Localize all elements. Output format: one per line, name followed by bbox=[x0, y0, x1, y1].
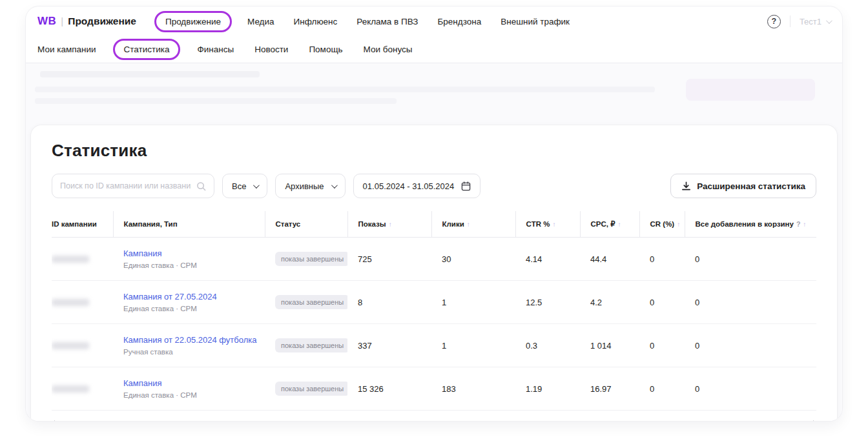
clicks-value: 183 bbox=[442, 384, 456, 394]
nav-item-media[interactable]: Медиа bbox=[247, 17, 274, 26]
sort-asc-icon: ↑ bbox=[553, 221, 556, 228]
wb-logo: WB bbox=[37, 15, 56, 28]
banner-button-skeleton bbox=[686, 79, 815, 101]
export-button-label: Расширенная статистика bbox=[697, 181, 805, 191]
nav-item-pvz-ads[interactable]: Реклама в ПВЗ bbox=[356, 17, 418, 26]
sub-nav: Мои кампании Статистика Финансы Новости … bbox=[26, 36, 842, 63]
clicks-value: 30 bbox=[442, 254, 451, 264]
status-dropdown[interactable]: Архивные bbox=[275, 174, 345, 198]
top-right-controls: ? Тест1 bbox=[767, 15, 831, 28]
nav-item-brandzone[interactable]: Брендзона bbox=[437, 17, 481, 26]
account-menu[interactable]: Тест1 bbox=[800, 17, 831, 26]
campaign-link[interactable]: Кампания bbox=[123, 378, 162, 388]
cpc-value: 4.2 bbox=[590, 298, 602, 307]
download-icon bbox=[681, 181, 691, 191]
campaign-link[interactable]: Кампания от 22.05.2024 футболка bbox=[123, 335, 256, 345]
campaign-type-dropdown[interactable]: Все bbox=[222, 174, 267, 198]
views-value: 8 bbox=[358, 298, 362, 307]
cr-value: 0 bbox=[650, 341, 654, 351]
search-input[interactable] bbox=[60, 181, 191, 190]
logo-separator: | bbox=[61, 15, 63, 26]
filters-row: Все Архивные 01.05.2024 - 31.05.2024 bbox=[52, 174, 816, 198]
subnav-item-finance[interactable]: Финансы bbox=[197, 45, 234, 54]
ctr-value: 4.14 bbox=[526, 254, 542, 264]
subnav-item-bonuses[interactable]: Мои бонусы bbox=[364, 45, 413, 54]
table-header-row: ID кампании Кампания, Тип Статус Показы↑… bbox=[52, 211, 816, 238]
col-campaign-type: Кампания, Тип bbox=[113, 211, 265, 238]
cart-adds-value: 0 bbox=[695, 341, 699, 351]
table-row: Кампания Единая ставка · CPM показы заве… bbox=[52, 238, 816, 281]
search-field bbox=[52, 174, 214, 198]
nav-item-influence[interactable]: Инфлюенс bbox=[294, 17, 338, 26]
sort-asc-icon: ↑ bbox=[389, 221, 392, 228]
cr-value: 0 bbox=[650, 254, 654, 264]
statistics-card: Статистика Все Архивные bbox=[31, 125, 837, 421]
subnav-item-news[interactable]: Новости bbox=[254, 45, 288, 54]
status-badge: показы завершены bbox=[275, 295, 347, 309]
col-ctr[interactable]: CTR %↑ bbox=[515, 211, 580, 238]
main-nav: Продвижение Медиа Инфлюенс Реклама в ПВЗ… bbox=[158, 15, 570, 28]
col-cpc[interactable]: CPC, ₽↑ bbox=[580, 211, 639, 238]
views-value: 337 bbox=[358, 341, 372, 351]
subnav-item-statistics[interactable]: Статистика bbox=[113, 39, 181, 60]
campaigns-table: ID кампании Кампания, Тип Статус Показы↑… bbox=[52, 211, 816, 411]
cpc-value: 44.4 bbox=[590, 254, 606, 264]
campaigns-table-wrap: ID кампании Кампания, Тип Статус Показы↑… bbox=[52, 211, 816, 411]
ctr-value: 1.19 bbox=[526, 384, 542, 394]
campaign-type-label: Единая ставка · CPM bbox=[123, 261, 260, 269]
col-campaign-id: ID кампании bbox=[52, 211, 113, 238]
sort-asc-icon: ↑ bbox=[618, 221, 621, 228]
faded-banner bbox=[31, 63, 837, 123]
extended-statistics-button[interactable]: Расширенная статистика bbox=[670, 174, 816, 198]
sort-asc-icon: ↑ bbox=[467, 221, 470, 228]
calendar-icon bbox=[461, 181, 471, 191]
date-range-value: 01.05.2024 - 31.05.2024 bbox=[363, 181, 455, 191]
campaign-type-label: Единая ставка · CPM bbox=[123, 391, 260, 399]
help-icon[interactable]: ? bbox=[767, 15, 781, 28]
cart-adds-value: 0 bbox=[695, 384, 699, 394]
cpc-value: 16.97 bbox=[590, 384, 612, 394]
scrollbar-thumb[interactable] bbox=[61, 421, 540, 422]
scrollbar-track[interactable] bbox=[59, 421, 809, 422]
sort-asc-icon: ↑ bbox=[677, 221, 680, 228]
brand-logo: WB | Продвижение bbox=[37, 15, 136, 28]
date-range-picker[interactable]: 01.05.2024 - 31.05.2024 bbox=[353, 174, 481, 198]
chevron-down-icon bbox=[253, 182, 260, 189]
cpc-value: 1 014 bbox=[590, 341, 612, 351]
product-name: Продвижение bbox=[68, 15, 136, 27]
campaign-type-label: Ручная ставка bbox=[123, 348, 260, 356]
col-status: Статус bbox=[265, 211, 347, 238]
account-label: Тест1 bbox=[800, 17, 822, 26]
subnav-item-my-campaigns[interactable]: Мои кампании bbox=[37, 45, 96, 54]
campaign-id-redacted bbox=[52, 299, 89, 306]
campaign-link[interactable]: Кампания bbox=[123, 249, 162, 258]
status-value: Архивные bbox=[285, 181, 324, 191]
col-clicks[interactable]: Клики↑ bbox=[431, 211, 515, 238]
col-cr[interactable]: CR (%)↑ bbox=[639, 211, 685, 238]
col-cart-adds[interactable]: Все добавления в корзину?↑ bbox=[685, 211, 816, 238]
banner-text-skeleton bbox=[35, 87, 655, 92]
views-value: 15 326 bbox=[358, 384, 384, 394]
views-value: 725 bbox=[358, 254, 372, 264]
campaign-type-value: Все bbox=[232, 181, 246, 191]
scroll-left-arrow[interactable] bbox=[52, 420, 55, 421]
status-badge: показы завершены bbox=[275, 252, 347, 266]
cart-adds-value: 0 bbox=[695, 298, 699, 307]
app-window: WB | Продвижение Продвижение Медиа Инфлю… bbox=[26, 6, 842, 421]
campaign-link[interactable]: Кампания от 27.05.2024 bbox=[123, 292, 217, 301]
ctr-value: 0.3 bbox=[526, 341, 537, 351]
campaign-id-redacted bbox=[52, 385, 89, 393]
ctr-value: 12.5 bbox=[526, 298, 542, 307]
scroll-right-arrow[interactable] bbox=[813, 420, 816, 421]
nav-item-promotion[interactable]: Продвижение bbox=[154, 11, 232, 32]
table-row: Кампания от 22.05.2024 футболка Ручная с… bbox=[52, 324, 816, 367]
table-row: Кампания от 27.05.2024 Единая ставка · C… bbox=[52, 281, 816, 324]
col-views[interactable]: Показы↑ bbox=[347, 211, 431, 238]
table-row: Кампания Единая ставка · CPM показы заве… bbox=[52, 367, 816, 411]
clicks-value: 1 bbox=[442, 341, 446, 351]
banner-text-skeleton bbox=[40, 71, 260, 77]
campaign-type-label: Единая ставка · CPM bbox=[123, 305, 260, 312]
subnav-item-help[interactable]: Помощь bbox=[309, 45, 342, 54]
nav-item-external-traffic[interactable]: Внешний трафик bbox=[501, 17, 570, 26]
page-body: Статистика Все Архивные bbox=[26, 63, 842, 421]
